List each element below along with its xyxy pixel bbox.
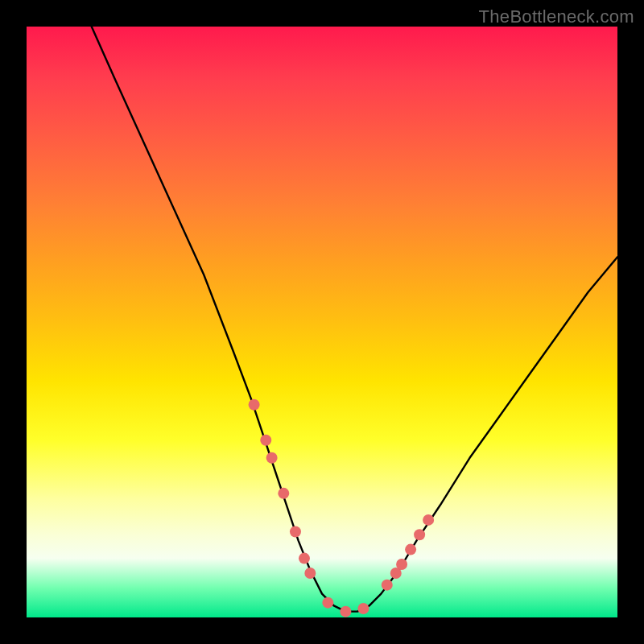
bottleneck-curve	[92, 27, 617, 612]
chart-frame: TheBottleneck.com	[0, 0, 644, 644]
marker-dot	[299, 553, 310, 564]
plot-area	[27, 27, 617, 617]
marker-dot	[382, 580, 393, 591]
marker-dot	[260, 435, 271, 446]
watermark-text: TheBottleneck.com	[479, 6, 634, 27]
marker-dot	[357, 603, 369, 614]
chart-svg	[27, 27, 617, 617]
marker-dot	[322, 597, 333, 609]
marker-dot	[405, 544, 416, 555]
marker-dot	[266, 452, 278, 464]
marker-dot	[423, 514, 434, 526]
marker-dot	[396, 559, 407, 570]
marker-dot	[290, 526, 301, 538]
marker-dot	[249, 399, 260, 411]
marker-dot	[278, 488, 289, 499]
marker-dot	[304, 568, 316, 579]
marker-dot	[340, 606, 351, 617]
marker-group	[249, 399, 435, 617]
marker-dot	[414, 529, 425, 540]
